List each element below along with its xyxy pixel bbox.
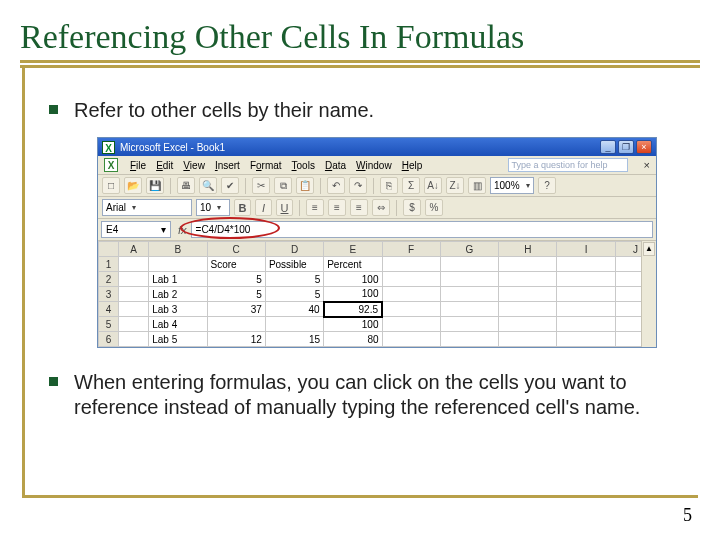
vertical-scrollbar[interactable]: ▲ <box>641 241 656 347</box>
row-head[interactable]: 1 <box>99 257 119 272</box>
close-button[interactable]: × <box>636 140 652 154</box>
row-head[interactable]: 4 <box>99 302 119 317</box>
underline-button[interactable]: U <box>276 199 293 216</box>
bullet-1-text: Refer to other cells by their name. <box>74 98 680 123</box>
col-F[interactable]: F <box>382 242 440 257</box>
slide-title: Referencing Other Cells In Formulas <box>20 18 700 56</box>
align-left-icon[interactable]: ≡ <box>306 199 324 216</box>
font-name-combo[interactable]: Arial▾ <box>102 199 192 216</box>
help-search-input[interactable]: Type a question for help <box>508 158 628 172</box>
doc-close-icon[interactable]: × <box>644 159 650 171</box>
doc-icon: X <box>104 158 118 172</box>
undo-icon[interactable]: ↶ <box>327 177 345 194</box>
italic-button[interactable]: I <box>255 199 272 216</box>
spell-icon[interactable]: ✔ <box>221 177 239 194</box>
col-I[interactable]: I <box>557 242 615 257</box>
formula-bar-row: E4 ▾ fx =C4/D4*100 <box>98 219 656 241</box>
menu-help[interactable]: Help <box>402 160 423 171</box>
row-6: 6 Lab 5 12 15 80 <box>99 332 656 347</box>
font-size-combo[interactable]: 10▾ <box>196 199 230 216</box>
open-icon[interactable]: 📂 <box>124 177 142 194</box>
menu-format[interactable]: Format <box>250 160 282 171</box>
page-number: 5 <box>683 505 692 526</box>
col-E[interactable]: E <box>324 242 382 257</box>
window-title: Microsoft Excel - Book1 <box>120 142 600 153</box>
row-head[interactable]: 6 <box>99 332 119 347</box>
menu-file[interactable]: File <box>130 160 146 171</box>
formatting-toolbar: Arial▾ 10▾ B I U ≡ ≡ ≡ ⇔ $ % <box>98 197 656 219</box>
sort-asc-icon[interactable]: A↓ <box>424 177 442 194</box>
menu-window[interactable]: Window <box>356 160 392 171</box>
copy-icon[interactable]: ⧉ <box>274 177 292 194</box>
align-center-icon[interactable]: ≡ <box>328 199 346 216</box>
worksheet-grid[interactable]: A B C D E F G H I J 1 <box>98 241 656 347</box>
help-icon[interactable]: ? <box>538 177 556 194</box>
chart-icon[interactable]: ▥ <box>468 177 486 194</box>
minimize-button[interactable]: _ <box>600 140 616 154</box>
cut-icon[interactable]: ✂ <box>252 177 270 194</box>
autosum-icon[interactable]: Σ <box>402 177 420 194</box>
row-1: 1 Score Possible Percent <box>99 257 656 272</box>
select-all-corner[interactable] <box>99 242 119 257</box>
selected-cell: 92.5 <box>324 302 382 317</box>
menu-bar: X File Edit View Insert Format Tools Dat… <box>98 156 656 175</box>
chevron-down-icon: ▾ <box>526 181 530 190</box>
row-head[interactable]: 3 <box>99 287 119 302</box>
row-head[interactable]: 5 <box>99 317 119 332</box>
name-box-value: E4 <box>106 222 118 237</box>
paste-icon[interactable]: 📋 <box>296 177 314 194</box>
row-4: 4 Lab 3 37 40 92.5 <box>99 302 656 317</box>
redo-icon[interactable]: ↷ <box>349 177 367 194</box>
sort-desc-icon[interactable]: Z↓ <box>446 177 464 194</box>
row-head[interactable]: 2 <box>99 272 119 287</box>
align-right-icon[interactable]: ≡ <box>350 199 368 216</box>
percent-icon[interactable]: % <box>425 199 443 216</box>
col-A[interactable]: A <box>119 242 149 257</box>
standard-toolbar: □ 📂 💾 🖶 🔍 ✔ ✂ ⧉ 📋 ↶ ↷ ⎘ Σ <box>98 175 656 197</box>
chevron-down-icon: ▾ <box>132 203 136 212</box>
scroll-up-icon[interactable]: ▲ <box>643 242 655 256</box>
fx-icon[interactable]: fx <box>178 224 187 236</box>
chevron-down-icon: ▾ <box>161 222 166 237</box>
preview-icon[interactable]: 🔍 <box>199 177 217 194</box>
save-icon[interactable]: 💾 <box>146 177 164 194</box>
bold-button[interactable]: B <box>234 199 251 216</box>
bullet-1: Refer to other cells by their name. <box>43 98 680 123</box>
zoom-combo[interactable]: 100%▾ <box>490 177 534 194</box>
col-C[interactable]: C <box>207 242 265 257</box>
row-2: 2 Lab 1 5 5 100 <box>99 272 656 287</box>
content-frame: Refer to other cells by their name. X Mi… <box>22 68 698 498</box>
square-bullet-icon <box>49 105 58 114</box>
window-titlebar: X Microsoft Excel - Book1 _ ❐ × <box>98 138 656 156</box>
excel-app-icon: X <box>102 141 115 154</box>
merge-icon[interactable]: ⇔ <box>372 199 390 216</box>
name-box[interactable]: E4 ▾ <box>101 221 171 238</box>
print-icon[interactable]: 🖶 <box>177 177 195 194</box>
menu-insert[interactable]: Insert <box>215 160 240 171</box>
menu-data[interactable]: Data <box>325 160 346 171</box>
col-B[interactable]: B <box>149 242 207 257</box>
hyperlink-icon[interactable]: ⎘ <box>380 177 398 194</box>
new-icon[interactable]: □ <box>102 177 120 194</box>
menu-edit[interactable]: Edit <box>156 160 173 171</box>
formula-bar[interactable]: =C4/D4*100 <box>191 221 653 238</box>
row-3: 3 Lab 2 5 5 100 <box>99 287 656 302</box>
excel-screenshot: X Microsoft Excel - Book1 _ ❐ × X File E… <box>97 137 680 348</box>
maximize-button[interactable]: ❐ <box>618 140 634 154</box>
menu-view[interactable]: View <box>183 160 205 171</box>
title-rule <box>20 60 700 63</box>
menu-tools[interactable]: Tools <box>292 160 315 171</box>
bullet-2-text: When entering formulas, you can click on… <box>74 370 680 420</box>
column-header-row: A B C D E F G H I J <box>99 242 656 257</box>
square-bullet-icon <box>49 377 58 386</box>
bullet-2: When entering formulas, you can click on… <box>43 370 680 420</box>
col-D[interactable]: D <box>265 242 323 257</box>
row-5: 5 Lab 4 100 <box>99 317 656 332</box>
chevron-down-icon: ▾ <box>217 203 221 212</box>
currency-icon[interactable]: $ <box>403 199 421 216</box>
col-G[interactable]: G <box>440 242 498 257</box>
col-H[interactable]: H <box>499 242 557 257</box>
